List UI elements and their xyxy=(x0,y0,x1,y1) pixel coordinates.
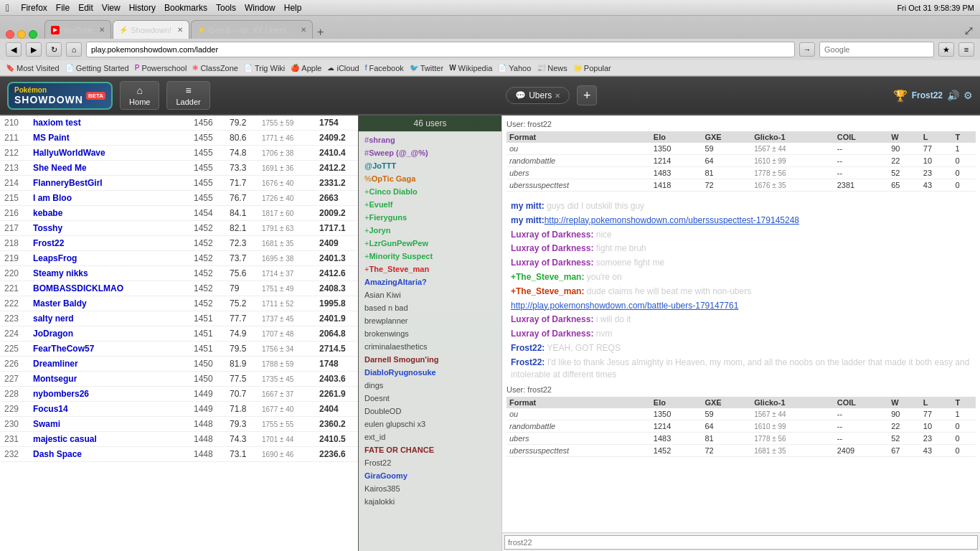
sound-icon[interactable]: 🔊 xyxy=(947,90,959,101)
user-list-item[interactable]: dings xyxy=(362,379,499,392)
table-row: 216 kebabe 1454 84.1 1817 ± 60 2009.2 xyxy=(0,206,358,221)
stats-row: ubers 1483 81 1778 ± 56 -- 52 23 0 xyxy=(507,167,976,179)
bookmark-twitter[interactable]: 🐦Twitter xyxy=(410,64,443,72)
ladder-section: 210 haxiom test 1456 79.2 1755 ± 59 1754… xyxy=(0,116,359,551)
stats-row: randombattle 1214 64 1610 ± 99 -- 22 10 … xyxy=(507,155,976,167)
user-list-item[interactable]: criminalaesthetics xyxy=(362,340,499,353)
back-button[interactable]: ◀ xyxy=(6,42,22,57)
user-list-item[interactable]: @JoTTT xyxy=(362,159,499,172)
menu-file[interactable]: File xyxy=(56,3,70,13)
user-list-item[interactable]: DoubleOD xyxy=(362,405,499,418)
tab-showdown[interactable]: ⚡ Showdown! ✕ xyxy=(113,20,189,39)
home-nav-button[interactable]: ⌂ Home xyxy=(120,81,159,110)
address-bar[interactable] xyxy=(86,42,795,57)
stats-row: ubers 1483 81 1778 ± 56 -- 52 23 0 xyxy=(507,433,976,445)
menu-edit[interactable]: Edit xyxy=(78,3,93,13)
bookmark-star[interactable]: ★ xyxy=(938,42,954,57)
bookmark-wikipedia[interactable]: WWikipedia xyxy=(449,64,492,72)
close-button[interactable] xyxy=(6,30,14,39)
bookmarks-bar: 🔖Most Visited 📄Getting Started PPowersch… xyxy=(0,60,980,76)
maximize-button[interactable] xyxy=(29,30,37,39)
ps-logo[interactable]: Pokémon SHOWDOWN BETA xyxy=(7,82,113,110)
tab-youtube[interactable]: ▶ YouTube ✕ xyxy=(44,20,111,39)
user-list-item[interactable]: Darnell Smogun'ing xyxy=(362,353,499,366)
user-list-item[interactable]: eulen glupschi x3 xyxy=(362,418,499,430)
user-list-item[interactable]: based n bad xyxy=(362,301,499,314)
close-room-icon[interactable]: ✕ xyxy=(555,92,560,100)
ladder-nav-button[interactable]: ≡ Ladder xyxy=(166,81,209,110)
user-list-item[interactable]: Doesnt xyxy=(362,392,499,405)
user-list-item[interactable]: +Evuelf xyxy=(362,198,499,211)
menu-bookmarks[interactable]: Bookmarks xyxy=(164,3,207,13)
user-list-item[interactable]: +LzrGunPewPew xyxy=(362,237,499,250)
user-list-item[interactable]: #shrang xyxy=(362,133,499,146)
users-list: #shrang#Sweep (@_@%)@JoTTT%OpTic Gaga+Ci… xyxy=(359,132,501,551)
user-list-item[interactable]: brokenwings xyxy=(362,327,499,340)
table-row: 228 nybombers26 1449 70.7 1667 ± 37 2261… xyxy=(0,387,358,402)
bookmark-apple[interactable]: 🍎Apple xyxy=(291,64,321,72)
user-list-item[interactable]: +Cinco Diablo xyxy=(362,185,499,198)
nav-search-button[interactable]: → xyxy=(799,42,815,57)
user-list-item[interactable]: kajalokki xyxy=(362,495,499,508)
menu-view[interactable]: View xyxy=(102,3,121,13)
user-list-item[interactable]: %OpTic Gaga xyxy=(362,172,499,185)
user-list-item[interactable]: FATE OR CHANCE xyxy=(362,443,499,456)
forward-button[interactable]: ▶ xyxy=(26,42,42,57)
bookmark-getting-started[interactable]: 📄Getting Started xyxy=(65,64,129,72)
bookmark-trigwiki[interactable]: 📄Trig Wiki xyxy=(244,64,285,72)
tab-bar: ▶ YouTube ✕ ⚡ Showdown! ✕ ⚡ Gen 6 – np: … xyxy=(0,16,980,39)
user-list-item[interactable]: Kairos385 xyxy=(362,482,499,495)
bookmark-news[interactable]: 📰News xyxy=(537,64,567,72)
user-list-item[interactable]: ext_id xyxy=(362,430,499,443)
ubers-room-button[interactable]: 💬 Ubers ✕ xyxy=(506,87,570,104)
tab-youtube-close[interactable]: ✕ xyxy=(99,26,105,34)
bookmark-facebook[interactable]: fFacebook xyxy=(365,64,404,72)
ladder-table: 210 haxiom test 1456 79.2 1755 ± 59 1754… xyxy=(0,116,358,462)
tab-gen6-close[interactable]: ✕ xyxy=(301,26,306,34)
tab-gen6[interactable]: ⚡ Gen 6 – np: XY Ubers Shad... ✕ xyxy=(191,20,313,39)
user-list-item[interactable]: +Joryn xyxy=(362,224,499,237)
settings-icon[interactable]: ⚙ xyxy=(963,90,973,101)
user-list-item[interactable]: brewplanner xyxy=(362,314,499,327)
menu-help[interactable]: Help xyxy=(284,3,302,13)
chat-link[interactable]: http://play.pokemonshowdown.com/battle-u… xyxy=(511,301,738,311)
tab-showdown-close[interactable]: ✕ xyxy=(177,26,183,34)
table-row: 222 Master Baldy 1452 75.2 1711 ± 52 199… xyxy=(0,296,358,311)
menu-window[interactable]: Window xyxy=(245,3,275,13)
table-row: 223 salty nerd 1451 77.7 1737 ± 45 2401.… xyxy=(0,311,358,326)
user-list-item[interactable]: AmazingAltaria? xyxy=(362,276,499,288)
user-list-item[interactable]: #Sweep (@_@%) xyxy=(362,146,499,159)
bookmark-most-visited[interactable]: 🔖Most Visited xyxy=(6,64,60,72)
user-list-item[interactable]: Asian Kiwi xyxy=(362,288,499,301)
table-row: 213 She Need Me 1455 73.3 1691 ± 36 2412… xyxy=(0,161,358,176)
google-search-input[interactable] xyxy=(819,42,934,57)
menu-tools[interactable]: Tools xyxy=(216,3,236,13)
add-room-button[interactable]: + xyxy=(577,85,597,105)
window-expand[interactable]: ⤢ xyxy=(963,23,974,39)
user-list-item[interactable]: +Minority Suspect xyxy=(362,250,499,263)
menu-history[interactable]: History xyxy=(129,3,156,13)
table-row: 224 JoDragon 1451 74.9 1707 ± 48 2064.8 xyxy=(0,326,358,342)
chat-link[interactable]: http://replay.pokemonshowdown.com/uberss… xyxy=(545,215,799,225)
table-row: 227 Montsegur 1450 77.5 1735 ± 45 2403.6 xyxy=(0,372,358,387)
menu-firefox[interactable]: Firefox xyxy=(21,3,47,13)
bookmark-powerschool[interactable]: PPowerschool xyxy=(135,64,187,72)
bookmark-yahoo[interactable]: 📄Yahoo xyxy=(498,64,531,72)
apple-menu[interactable]:  xyxy=(6,2,9,14)
chat-icon: 💬 xyxy=(515,90,526,100)
minimize-button[interactable] xyxy=(17,30,26,39)
user-list-item[interactable]: GiraGoomy xyxy=(362,469,499,482)
nav-settings[interactable]: ≡ xyxy=(958,42,974,57)
new-tab-button[interactable]: + xyxy=(314,26,326,39)
user-list-item[interactable]: Frost22 xyxy=(362,456,499,469)
user-list-item[interactable]: +The_Steve_man xyxy=(362,263,499,276)
bookmark-classzone[interactable]: ❋ClassZone xyxy=(192,64,238,72)
bookmark-popular[interactable]: 🌟Popular xyxy=(573,64,611,72)
user-list-item[interactable]: +Fieryguns xyxy=(362,211,499,224)
user-list-item[interactable]: DiabloRyugnosuke xyxy=(362,366,499,379)
users-count: 46 users xyxy=(359,116,501,132)
chat-input[interactable] xyxy=(504,535,978,550)
bookmark-icloud[interactable]: ☁iCloud xyxy=(327,64,359,72)
home-button[interactable]: ⌂ xyxy=(66,42,82,57)
reload-button[interactable]: ↻ xyxy=(46,42,62,57)
